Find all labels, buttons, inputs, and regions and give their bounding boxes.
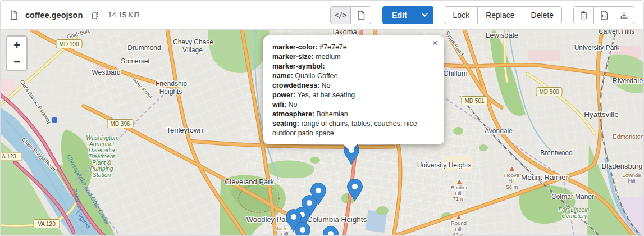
edit-button[interactable]: Edit	[382, 6, 416, 24]
popup-property: marker-symbol:	[272, 62, 435, 71]
label-chillum: Chillum	[443, 69, 467, 78]
label-fort-lincoln-2: Cemetery	[561, 212, 587, 219]
label-friendship-heights-2: Heights	[159, 88, 182, 96]
label-chevy-chase: Chevy Chase	[173, 38, 213, 46]
display-source-button[interactable]: </>	[330, 6, 351, 24]
chevron-down-icon	[422, 13, 428, 17]
download-button[interactable]	[614, 6, 634, 24]
label-bunker-hill-3: 71 m	[453, 196, 464, 202]
edit-split-button: Edit	[382, 6, 433, 24]
label-riverdale: Riverdale	[613, 76, 643, 85]
popup-property: marker-color: #7e7e7e	[272, 43, 435, 52]
label-chevy-chase-2: Village	[182, 46, 203, 54]
download-icon	[620, 11, 628, 20]
copy-contents-button[interactable]	[573, 6, 594, 24]
display-rendered-button[interactable]	[350, 6, 371, 24]
delete-button[interactable]: Delete	[523, 6, 562, 24]
shield-a123: A 123	[2, 153, 16, 160]
edit-dropdown-button[interactable]	[417, 6, 433, 24]
label-tenleytown: Tenleytown	[166, 126, 203, 134]
label-avondale: Avondale	[485, 127, 513, 135]
label-bladensburg: Bladensburg	[602, 162, 643, 170]
shield-md501: MD 501	[464, 98, 484, 104]
label-hyattsville: Hyattsville	[584, 110, 619, 119]
shield-md190: MD 190	[59, 41, 79, 47]
file-utility-group	[573, 6, 634, 24]
label-edmonston: Edmonston	[613, 133, 643, 140]
file-size: 14.15 KiB	[108, 11, 139, 19]
file-icon	[10, 10, 19, 20]
label-jackson-hill-2: Hill	[281, 231, 288, 236]
info-poi-icon	[52, 117, 57, 123]
map-marker[interactable]	[295, 223, 310, 236]
popup-property: name: Qualia Coffee	[272, 71, 435, 81]
view-toggle: </>	[330, 6, 371, 24]
popup-property: atmosphere: Bohemian	[272, 110, 435, 119]
label-friendship-heights: Friendship	[156, 80, 187, 88]
marker-popup: × marker-color: #7e7e7e marker-size: med…	[263, 35, 444, 144]
file-header: coffee.geojson 14.15 KiB </> Edit Lock R…	[1, 1, 643, 30]
file-code-icon	[600, 11, 608, 20]
label-woodley-park: Woodley Park	[246, 215, 292, 224]
popup-property: seating: range of chairs, tables, couche…	[272, 119, 435, 138]
label-brentwood: Brentwood	[540, 149, 572, 157]
map-zoom-control: + −	[6, 35, 28, 71]
label-lownde-hill-2: Hill	[628, 178, 635, 184]
shield-va120: VA 120	[38, 221, 56, 227]
document-icon	[357, 11, 365, 20]
clipboard-icon	[579, 11, 588, 20]
zoom-out-button[interactable]: −	[7, 53, 26, 70]
open-raw-button[interactable]	[593, 6, 614, 24]
label-round-hill-3: 61 m	[453, 232, 464, 236]
label-colmar-manor: Colmar Manor	[551, 193, 594, 201]
label-aqueduct-7: Station	[93, 171, 111, 178]
file-viewer: coffee.geojson 14.15 KiB </> Edit Lock R…	[0, 0, 644, 236]
popup-property: marker-size: medium	[272, 52, 435, 62]
copy-path-icon[interactable]	[89, 10, 100, 21]
label-hoover-hill-2: Hill	[508, 178, 515, 184]
shield-md500: MD 500	[539, 89, 559, 95]
label-somerset: Somerset	[121, 57, 150, 65]
file-name: coffee.geojson	[25, 11, 83, 20]
code-icon: </>	[335, 11, 347, 19]
label-lewisdale: Lewisdale	[486, 31, 518, 39]
label-cleveland-park: Cleveland Park	[225, 178, 275, 186]
zoom-in-button[interactable]: +	[7, 37, 26, 53]
label-round-hill: Round	[451, 220, 467, 226]
label-university-heights: University Heights	[417, 161, 472, 169]
label-hoover-hill-3: 56 m	[506, 184, 518, 190]
label-drummond: Drummond	[127, 44, 161, 52]
popup-tail	[343, 144, 358, 151]
replace-button[interactable]: Replace	[477, 6, 523, 24]
label-calvert-hills: Calvert Hills	[599, 30, 634, 35]
popup-close-icon[interactable]: ×	[430, 38, 440, 49]
popup-property: wifi: No	[272, 100, 435, 110]
lock-button[interactable]: Lock	[445, 6, 478, 24]
geojson-map[interactable]: MD 190 MD 396 A 123 VA 120 MD 500 MD 501…	[1, 30, 643, 236]
label-university-park: University Park	[574, 44, 620, 52]
label-westbard: Westbard	[92, 69, 120, 76]
shield-md396: MD 396	[110, 121, 130, 127]
label-mount-rainier: Mount Rainier	[521, 173, 569, 181]
file-action-group: Lock Replace Delete	[445, 6, 562, 24]
popup-property: crowdedness: No	[272, 81, 435, 90]
popup-property: power: Yes, at bar seating	[272, 90, 435, 100]
label-columbia-heights: Columbia Heights	[307, 215, 367, 224]
